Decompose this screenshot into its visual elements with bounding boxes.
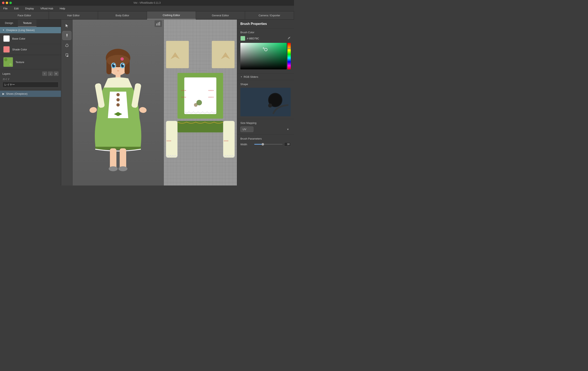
brush-properties-header: Brush Properties	[237, 20, 294, 28]
layer-up-button[interactable]: ↑	[42, 71, 47, 76]
tool-panel	[61, 20, 73, 186]
svg-point-57	[288, 39, 288, 39]
minimize-button[interactable]	[6, 2, 8, 4]
svg-text:××××: ××××	[208, 96, 214, 98]
svg-point-7	[67, 55, 68, 57]
width-slider[interactable]	[254, 144, 283, 145]
rgb-sliders-label: RGB Sliders	[244, 75, 258, 78]
svg-point-15	[107, 55, 129, 66]
brush-color-title: Brush Color	[240, 31, 291, 34]
svg-point-29	[116, 103, 120, 107]
svg-point-38	[118, 166, 127, 171]
hue-cursor	[287, 48, 291, 49]
tab-hair-editor[interactable]: Hair Editor	[49, 11, 98, 19]
width-label: Width	[240, 143, 253, 146]
tab-texture[interactable]: Texture	[18, 20, 36, 27]
shape-preview[interactable]	[240, 88, 291, 116]
svg-rect-53	[166, 121, 177, 158]
texture-row[interactable]: Texture	[0, 55, 61, 69]
svg-point-37	[109, 166, 118, 171]
brush-color-indicator[interactable]	[240, 36, 245, 41]
color-picker-area[interactable]: +	[240, 43, 291, 69]
base-color-label: Base Color	[12, 37, 25, 40]
tab-clothing-editor[interactable]: Clothing Editor	[147, 11, 196, 19]
window-controls[interactable]	[2, 2, 12, 4]
svg-rect-41	[212, 41, 235, 68]
tab-camera-exporter[interactable]: Camera / Exporter	[245, 11, 294, 19]
hex-value: # 8BD79C	[247, 37, 259, 40]
uv-editor[interactable]: ×××× ×××× ×××× ××××	[164, 20, 237, 186]
layers-section: Layers ↑ ↓ + ガイド	[0, 69, 61, 90]
shade-color-row[interactable]: Shade Color	[0, 44, 61, 55]
eyedropper-button[interactable]	[287, 36, 291, 40]
size-mapping-title: Size Mapping	[240, 121, 291, 124]
close-button[interactable]	[2, 2, 4, 4]
tab-general-editor[interactable]: General Editor	[196, 11, 245, 19]
main-layout: Design Texture ▼ Onepiece (Long Sleeve) …	[0, 20, 294, 186]
color-gradient[interactable]: +	[240, 43, 287, 69]
layers-controls: ↑ ↓ +	[42, 71, 59, 76]
character-area	[73, 20, 164, 186]
svg-point-51	[194, 103, 198, 107]
dropdown-arrow-icon: ▼	[287, 128, 289, 131]
brush-icon	[65, 33, 69, 38]
svg-rect-36	[120, 148, 126, 169]
menu-file[interactable]: File	[2, 7, 9, 11]
svg-point-28	[116, 98, 120, 101]
svg-rect-35	[110, 148, 116, 169]
maximize-button[interactable]	[9, 2, 12, 4]
svg-point-23	[123, 64, 124, 65]
section-onepiece-arrow: ▼	[2, 29, 4, 31]
section-onepiece-label: Onepiece (Long Sleeve)	[6, 29, 35, 32]
right-panel: Brush Properties Brush Color # 8BD79C	[237, 20, 294, 186]
svg-point-22	[114, 64, 115, 65]
color-cursor-plus: +	[262, 46, 265, 51]
app-title: Vivi - VRoidStudio 0.11.3	[133, 1, 160, 4]
tab-body-editor[interactable]: Body Editor	[98, 11, 147, 19]
width-slider-thumb[interactable]	[262, 143, 264, 145]
section-shoes-label: Shoes (Onepiece)	[6, 92, 28, 95]
hue-slider[interactable]	[287, 43, 291, 69]
width-param-row: Width 30	[240, 142, 291, 146]
tab-design[interactable]: Design	[0, 20, 18, 27]
layers-header: Layers ↑ ↓ +	[2, 71, 59, 76]
menu-edit[interactable]: Edit	[13, 7, 20, 11]
rgb-header[interactable]: ▼ RGB Sliders	[237, 74, 294, 80]
section-shoes-header[interactable]: ▶ Shoes (Onepiece)	[0, 91, 61, 97]
svg-text:××××: ××××	[181, 96, 186, 98]
tool-fill[interactable]	[62, 51, 71, 60]
menu-help[interactable]: Help	[59, 7, 66, 11]
section-onepiece-header[interactable]: ▼ Onepiece (Long Sleeve)	[0, 27, 61, 33]
uv-texture-vis: ×××× ×××× ×××× ××××	[164, 28, 237, 177]
rgb-section: ▼ RGB Sliders	[237, 74, 294, 80]
texture-thumbnail	[3, 57, 13, 67]
layers-title: Layers	[2, 72, 10, 75]
svg-marker-6	[65, 44, 68, 47]
layer-name-input[interactable]	[2, 82, 59, 87]
center-area: ×××× ×××× ×××× ××××	[61, 20, 237, 186]
menu-vroid-hub[interactable]: VRoid Hub	[39, 7, 54, 11]
svg-text:××××: ××××	[224, 140, 229, 142]
width-value[interactable]: 30	[284, 142, 291, 146]
svg-point-2	[9, 63, 12, 66]
viewport-3d[interactable]	[73, 20, 164, 186]
base-color-row[interactable]: Base Color	[0, 33, 61, 44]
brush-parameters-section: Brush Parameters Width 30	[237, 135, 294, 151]
tool-eraser[interactable]	[62, 41, 71, 50]
svg-rect-54	[223, 121, 235, 158]
svg-rect-40	[166, 41, 189, 68]
tab-face-editor[interactable]: Face Editor	[0, 11, 49, 19]
brush-dot-secondary	[268, 103, 272, 108]
layer-add-button[interactable]: +	[54, 71, 59, 76]
rgb-collapse-arrow: ▼	[240, 76, 242, 78]
section-shoes-arrow: ▶	[2, 92, 4, 95]
editor-tabs: Face Editor Hair Editor Body Editor Clot…	[0, 11, 294, 20]
tool-cursor[interactable]	[62, 21, 71, 30]
svg-text:××××: ××××	[208, 89, 214, 91]
menu-display[interactable]: Display	[24, 7, 35, 11]
svg-point-24	[117, 70, 119, 71]
size-mapping-dropdown[interactable]: UV Screen World	[240, 127, 253, 132]
brush-parameters-title: Brush Parameters	[240, 137, 291, 140]
layer-down-button[interactable]: ↓	[48, 71, 53, 76]
tool-brush[interactable]	[62, 31, 71, 40]
